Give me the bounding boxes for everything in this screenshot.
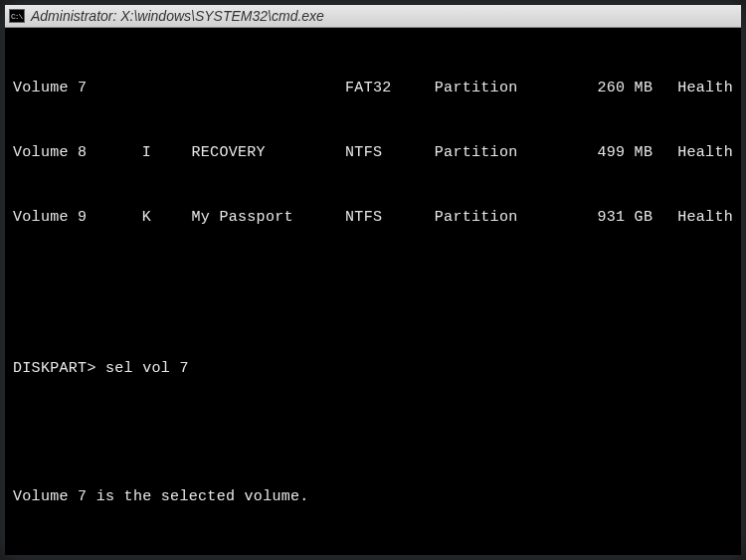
vol-type: Partition [435, 142, 584, 164]
vol-fs: FAT32 [345, 78, 435, 99]
title-bar[interactable]: C:\ Administrator: X:\windows\SYSTEM32\c… [5, 5, 741, 28]
volume-row: Volume 9 K My Passport NTFS Partition 93… [13, 207, 733, 229]
vol-label [192, 78, 346, 99]
volume-row: Volume 7 FAT32 Partition 260 MB Health [13, 78, 733, 99]
vol-status: Health [677, 207, 733, 229]
vol-letter: K [142, 207, 192, 229]
blank-line [13, 293, 733, 314]
vol-fs: NTFS [345, 207, 435, 229]
vol-fs: NTFS [345, 142, 435, 164]
vol-num: Volume 9 [13, 207, 142, 229]
vol-label: RECOVERY [192, 142, 346, 164]
prompt-line: DISKPART> sel vol 7 [13, 358, 733, 380]
vol-size: 499 MB [583, 142, 677, 164]
window-title: Administrator: X:\windows\SYSTEM32\cmd.e… [31, 8, 324, 24]
blank-line [13, 552, 733, 561]
vol-type: Partition [435, 207, 584, 229]
vol-num: Volume 8 [13, 142, 142, 164]
vol-size: 260 MB [583, 78, 677, 99]
response-line: Volume 7 is the selected volume. [13, 486, 733, 508]
blank-line [13, 423, 733, 444]
vol-size: 931 GB [583, 207, 677, 229]
vol-status: Health [677, 78, 733, 99]
volume-row: Volume 8 I RECOVERY NTFS Partition 499 M… [13, 142, 733, 164]
console-output[interactable]: Volume 7 FAT32 Partition 260 MB Health V… [5, 28, 741, 560]
vol-type: Partition [435, 78, 584, 99]
vol-num: Volume 7 [13, 78, 142, 99]
cmd-icon: C:\ [9, 9, 25, 23]
vol-letter [142, 78, 192, 99]
vol-letter: I [142, 142, 192, 164]
vol-label: My Passport [192, 207, 346, 229]
vol-status: Health [677, 142, 733, 164]
cmd-window: C:\ Administrator: X:\windows\SYSTEM32\c… [5, 5, 741, 555]
